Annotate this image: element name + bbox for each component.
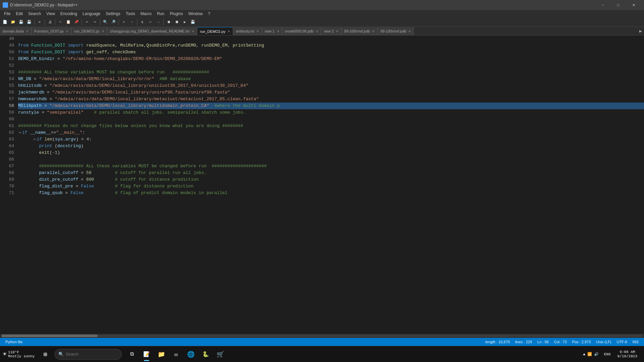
indent-button[interactable]: →	[155, 18, 162, 26]
tab-close-icon[interactable]: ✕	[192, 29, 194, 33]
code-line-67: ################# ALL these variables MU…	[18, 163, 644, 170]
status-line-ending[interactable]: Unix (LF)	[593, 338, 614, 346]
taskbar-app-explorer[interactable]: 📁	[154, 347, 169, 362]
taskbar-app-notepad[interactable]: 📝	[139, 347, 154, 362]
tab-antibody[interactable]: antibody.txt ✕	[233, 27, 262, 35]
tab-function-doit[interactable]: Function_DOIT.py ✕	[32, 27, 71, 35]
menu-tools[interactable]: Tools	[123, 10, 138, 17]
tab-close-icon[interactable]: ✕	[66, 29, 68, 33]
tab-scroll-right[interactable]: ▶	[637, 27, 644, 35]
tab-close-icon[interactable]: ✕	[408, 29, 411, 33]
scroll-thumb[interactable]	[1, 335, 98, 337]
line-num-57: 57	[0, 96, 17, 103]
status-file-type[interactable]: Python file	[3, 338, 25, 346]
status-length[interactable]: length : 10,679	[483, 338, 513, 346]
tab-run-demo2-active[interactable]: run_DEMO2.py ✕	[197, 27, 233, 35]
tab-close-icon[interactable]: ✕	[26, 29, 29, 33]
tab-close-icon[interactable]: ✕	[256, 29, 259, 33]
maximize-button[interactable]: □	[610, 0, 626, 10]
status-encoding[interactable]: UTF-8	[614, 338, 630, 346]
taskbar-app-browser[interactable]: 🌐	[183, 347, 198, 362]
status-insert-mode[interactable]: INS	[630, 338, 641, 346]
window-controls[interactable]: − □ ✕	[595, 0, 641, 10]
tab-close-icon[interactable]: ✕	[336, 29, 338, 33]
macro-play-button[interactable]: ▶	[181, 18, 189, 26]
start-button[interactable]: ⊞	[37, 346, 53, 362]
taskbar-app-taskview[interactable]: ⧉	[124, 347, 139, 362]
paste-button[interactable]: 📌	[73, 18, 80, 26]
menu-language[interactable]: Language	[80, 10, 103, 17]
tab-close-icon[interactable]: ✕	[102, 29, 104, 33]
tab-domain-fasta[interactable]: domain.fasta ✕	[0, 27, 32, 35]
store-icon: 🛒	[217, 351, 224, 358]
toolbar-sep-6	[118, 19, 119, 25]
language-indicator[interactable]: ENG	[601, 346, 613, 362]
word-wrap-button[interactable]: ⏎	[147, 18, 154, 26]
tab-close-icon[interactable]: ✕	[227, 29, 230, 33]
tab-close-icon[interactable]: ✕	[372, 29, 375, 33]
status-col[interactable]: Col : 73	[551, 338, 570, 346]
menu-help[interactable]: ?	[205, 10, 213, 17]
code-line-58: MDlibpath = "/mdeia/ravis/data/DEMO/loca…	[18, 103, 644, 109]
fold-icon[interactable]: ▭	[18, 129, 22, 136]
new-file-button[interactable]: 📄	[1, 18, 9, 26]
taskbar-app-mail[interactable]: ✉	[169, 347, 183, 362]
clock[interactable]: 9:08 AM 9/16/2023	[613, 346, 641, 362]
search-input[interactable]	[66, 352, 118, 357]
tab-run-demo2[interactable]: run_DEMO2.py ✕	[71, 27, 107, 35]
menu-run[interactable]: Run	[154, 10, 167, 17]
horizontal-scrollbar[interactable]	[0, 334, 644, 338]
save-button[interactable]: 💾	[17, 18, 25, 26]
tab-readme[interactable]: zhanggroup.org_DEMO_download_README.txt …	[107, 27, 197, 35]
sync-scroll-button[interactable]: ⇅	[139, 18, 146, 26]
status-pos[interactable]: Pos : 2,973	[570, 338, 594, 346]
taskbar-app-store[interactable]: 🛒	[213, 347, 228, 362]
show-desktop-button[interactable]	[641, 346, 644, 362]
macro-stop-button[interactable]: ⏹	[173, 18, 180, 26]
open-file-button[interactable]: 📁	[9, 18, 17, 26]
tab-rmsf2[interactable]: 99-100rmsf.pdb ✕	[378, 27, 414, 35]
menu-plugins[interactable]: Plugins	[167, 10, 185, 17]
minimize-button[interactable]: −	[595, 0, 610, 10]
macro-save-button[interactable]: 💾	[189, 18, 197, 26]
print-button[interactable]: 🖨	[46, 18, 54, 26]
save-all-button[interactable]: 💾	[25, 18, 33, 26]
status-lines[interactable]: lines : 229	[513, 338, 535, 346]
tab-rmsf1[interactable]: 99-100rmsf.pdb ✕	[341, 27, 378, 35]
code-line-54: NR_DB = "/mdeia/ravis/data/DEMO/local_li…	[18, 76, 644, 82]
fold-inner[interactable]: ▭	[33, 136, 37, 143]
menu-macro[interactable]: Macro	[138, 10, 154, 17]
zoom-in-button[interactable]: +	[120, 18, 127, 26]
close-button[interactable]: ✕	[36, 18, 43, 26]
find-button[interactable]: 🔍	[102, 18, 109, 26]
undo-button[interactable]: ↩	[83, 18, 91, 26]
tab-model[interactable]: model000.08.pdb ✕	[282, 27, 321, 35]
taskbar-app-python[interactable]: 🐍	[198, 347, 213, 362]
find-replace-button[interactable]: 🔎	[110, 18, 117, 26]
status-line-num[interactable]: Ln : 58	[535, 338, 551, 346]
menu-edit[interactable]: Edit	[13, 10, 25, 17]
code-editor[interactable]: from Function_DOIT import readSquence , …	[17, 36, 644, 334]
taskbar-search[interactable]: 🔍	[55, 349, 122, 360]
tab-label: zhanggroup.org_DEMO_download_README.txt	[110, 29, 190, 33]
tab-close-icon[interactable]: ✕	[277, 29, 279, 33]
copy-button[interactable]: 📋	[65, 18, 72, 26]
menu-file[interactable]: File	[1, 10, 13, 17]
menu-view[interactable]: View	[44, 10, 58, 17]
code-line-69: dist_pre_cutoff = 800 # cutoff for dista…	[18, 176, 644, 183]
zoom-out-button[interactable]: −	[128, 18, 136, 26]
menu-window[interactable]: Window	[185, 10, 205, 17]
tab-new2[interactable]: new 2 ✕	[321, 27, 341, 35]
fold-icon-inner[interactable]	[18, 136, 22, 143]
tab-close-icon[interactable]: ✕	[316, 29, 318, 33]
redo-button[interactable]: ↪	[91, 18, 99, 26]
system-tray[interactable]: ▲ 📶 🔊	[580, 346, 601, 362]
macro-rec-button[interactable]: ⏺	[165, 18, 172, 26]
menu-encoding[interactable]: Encoding	[58, 10, 80, 17]
menu-search[interactable]: Search	[25, 10, 44, 17]
cut-button[interactable]: ✂	[57, 18, 64, 26]
tab-new1[interactable]: new 1 ✕	[262, 27, 282, 35]
close-button[interactable]: ✕	[626, 0, 641, 10]
menu-settings[interactable]: Settings	[103, 10, 123, 17]
weather-widget[interactable]: ☀ 110°F Mostly sunny	[0, 346, 37, 362]
